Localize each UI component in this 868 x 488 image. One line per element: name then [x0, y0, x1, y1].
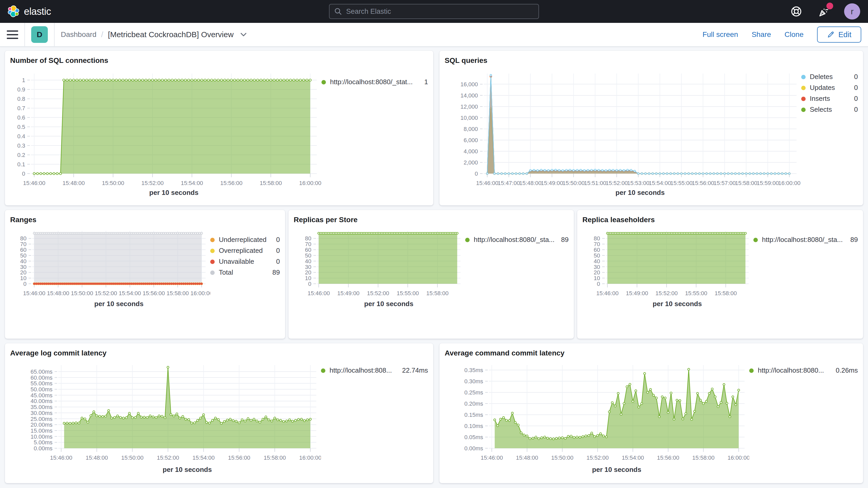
- svg-text:15:58:00: 15:58:00: [715, 290, 737, 297]
- global-search[interactable]: [329, 4, 539, 19]
- svg-text:8,000: 8,000: [464, 126, 478, 132]
- search-input[interactable]: [346, 7, 534, 16]
- svg-text:15:58:00: 15:58:00: [426, 290, 448, 297]
- svg-text:15:50:00: 15:50:00: [562, 180, 585, 186]
- legend-item[interactable]: Underreplicated0: [210, 236, 280, 244]
- svg-text:15:46:00: 15:46:00: [50, 455, 72, 461]
- nav-divider: [54, 23, 55, 46]
- legend-item[interactable]: Total89: [210, 269, 280, 276]
- user-avatar[interactable]: r: [844, 3, 860, 20]
- svg-text:50.00ms: 50.00ms: [31, 386, 53, 393]
- legend-swatch-icon: [801, 108, 806, 112]
- svg-text:50: 50: [305, 252, 311, 259]
- legend-swatch-icon: [801, 97, 806, 101]
- legend-swatch-icon: [749, 368, 754, 373]
- svg-text:15:46:00: 15:46:00: [480, 455, 503, 461]
- log-commit-latency-chart[interactable]: 0.00ms5.00ms10.00ms15.00ms20.00ms25.00ms…: [10, 360, 321, 476]
- edit-button-label: Edit: [838, 30, 851, 39]
- chart-legend: Underreplicated0Overreplicated0Unavailab…: [210, 226, 280, 276]
- breadcrumb-dashboard-link[interactable]: Dashboard: [61, 30, 96, 39]
- legend-item[interactable]: http://localhost:808...22.74ms: [321, 367, 428, 374]
- svg-text:0: 0: [23, 281, 27, 287]
- svg-text:16:00:00: 16:00:00: [190, 290, 210, 297]
- panel-title: Average log commit latency: [10, 348, 428, 358]
- legend-item[interactable]: http://localhost:8080/_sta...89: [465, 236, 569, 244]
- replica-leaseholders-chart[interactable]: 0102030405060708015:46:0015:49:0015:52:0…: [582, 226, 753, 310]
- legend-item[interactable]: http://localhost:8080...0.26ms: [749, 367, 858, 374]
- svg-text:0: 0: [597, 281, 600, 287]
- breadcrumb: Dashboard / [Metricbeat CockroachDB] Ove…: [61, 30, 247, 39]
- newsfeed-button[interactable]: [816, 4, 831, 19]
- kibana-dashboard-page: elastic: [0, 0, 868, 483]
- svg-text:40.00ms: 40.00ms: [31, 398, 53, 404]
- svg-text:15:52:00: 15:52:00: [157, 455, 179, 461]
- legend-value: 22.74ms: [398, 367, 428, 374]
- elastic-logo[interactable]: elastic: [8, 5, 51, 18]
- panel-title: Replicas per Store: [294, 215, 569, 224]
- svg-text:70: 70: [594, 241, 600, 248]
- legend-label: Underreplicated: [219, 236, 267, 244]
- legend-item[interactable]: Deletes0: [801, 73, 858, 81]
- svg-text:15:49:00: 15:49:00: [626, 290, 648, 297]
- edit-button[interactable]: Edit: [817, 27, 861, 42]
- svg-text:0.2: 0.2: [17, 152, 25, 158]
- svg-text:0.00ms: 0.00ms: [34, 445, 53, 452]
- svg-text:12,000: 12,000: [461, 103, 478, 110]
- share-button[interactable]: Share: [751, 30, 771, 39]
- sql-queries-chart[interactable]: 02,0004,0006,0008,00010,00012,00014,0001…: [445, 67, 801, 199]
- panel-number-of-sql-connections: Number of SQL connections 00.10.20.30.40…: [5, 51, 433, 206]
- svg-text:15:53:00: 15:53:00: [627, 180, 649, 186]
- svg-text:0.6: 0.6: [17, 115, 25, 121]
- svg-text:0.30ms: 0.30ms: [464, 378, 483, 385]
- chart-legend: http://localhost:8080...0.26ms: [749, 360, 858, 374]
- legend-item[interactable]: Unavailable0: [210, 258, 280, 266]
- svg-text:16:00:00: 16:00:00: [299, 455, 321, 461]
- title-menu-button[interactable]: [240, 31, 247, 38]
- legend-item[interactable]: Updates0: [801, 84, 858, 92]
- legend-label: http://localhost:8080/_sta...: [762, 236, 843, 244]
- legend-label: Deletes: [810, 73, 833, 81]
- legend-item[interactable]: http://localhost:8080/_stat...1: [321, 78, 428, 86]
- help-button[interactable]: [789, 4, 804, 19]
- legend-value: 0: [850, 95, 858, 103]
- legend-label: Inserts: [810, 95, 830, 103]
- svg-text:15.00ms: 15.00ms: [31, 427, 53, 434]
- legend-value: 0: [272, 236, 280, 244]
- svg-text:15:58:00: 15:58:00: [166, 290, 189, 297]
- svg-text:16:00:00: 16:00:00: [728, 455, 749, 461]
- svg-text:15:54:00: 15:54:00: [192, 455, 215, 461]
- svg-text:16,000: 16,000: [461, 81, 478, 88]
- command-commit-latency-chart[interactable]: 0.00ms0.05ms0.10ms0.15ms0.20ms0.25ms0.30…: [445, 360, 749, 476]
- svg-text:10,000: 10,000: [461, 115, 478, 121]
- sql-connections-chart[interactable]: 00.10.20.30.40.50.60.70.80.9115:46:0015:…: [10, 67, 321, 199]
- chart-legend: http://localhost:808...22.74ms: [321, 360, 428, 374]
- svg-text:60.00ms: 60.00ms: [31, 374, 53, 381]
- legend-item[interactable]: Selects0: [801, 106, 858, 114]
- elastic-logo-icon: [8, 5, 20, 18]
- pencil-icon: [827, 31, 835, 38]
- replicas-per-store-chart[interactable]: 0102030405060708015:46:0015:49:0015:52:0…: [294, 226, 465, 310]
- logo-wordmark: elastic: [24, 6, 51, 17]
- legend-value: 0: [850, 106, 858, 114]
- menu-button[interactable]: [7, 29, 18, 40]
- svg-text:25.00ms: 25.00ms: [31, 416, 53, 422]
- legend-swatch-icon: [801, 86, 806, 90]
- legend-item[interactable]: http://localhost:8080/_sta...89: [753, 236, 858, 244]
- clone-button[interactable]: Clone: [784, 30, 804, 39]
- svg-text:15:48:00: 15:48:00: [519, 180, 541, 186]
- svg-text:15:56:00: 15:56:00: [220, 180, 243, 186]
- svg-text:0.15ms: 0.15ms: [464, 411, 483, 418]
- panel-title: Replica leaseholders: [582, 215, 858, 224]
- space-badge[interactable]: D: [31, 26, 48, 43]
- svg-text:15:55:00: 15:55:00: [685, 290, 707, 297]
- svg-text:0.3: 0.3: [17, 143, 25, 149]
- svg-text:per 10 seconds: per 10 seconds: [149, 189, 198, 196]
- dashboard-actions: Full screen Share Clone Edit: [703, 27, 861, 42]
- panel-title: Average command commit latency: [445, 348, 858, 358]
- legend-item[interactable]: Inserts0: [801, 95, 858, 103]
- ranges-chart[interactable]: 0102030405060708015:46:0015:48:0015:50:0…: [10, 226, 210, 310]
- svg-text:15:46:00: 15:46:00: [476, 180, 498, 186]
- legend-item[interactable]: Overreplicated0: [210, 247, 280, 255]
- legend-label: http://localhost:808...: [330, 367, 392, 374]
- full-screen-button[interactable]: Full screen: [703, 30, 738, 39]
